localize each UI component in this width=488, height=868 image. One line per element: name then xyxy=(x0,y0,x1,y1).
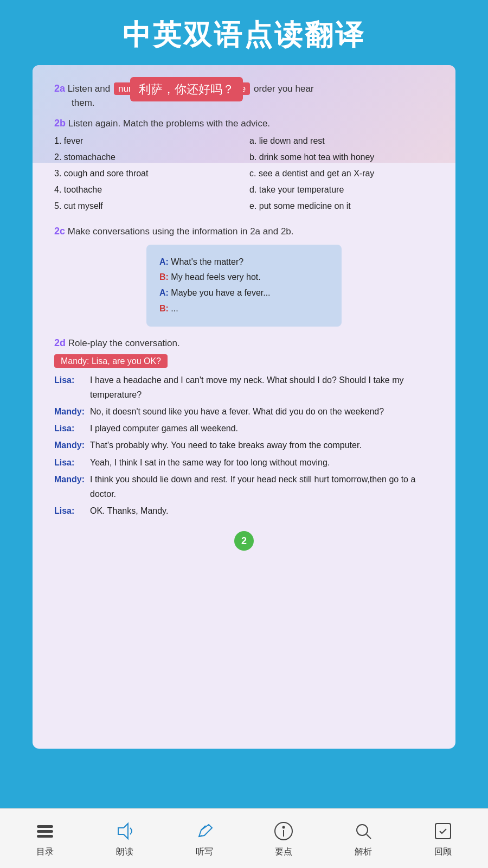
search-icon xyxy=(351,819,375,843)
mandy-highlight-row[interactable]: Mandy: Lisa, are you OK? xyxy=(54,356,434,366)
dialog-text-mandy-1: No, it doesn't sound like you have a fev… xyxy=(90,404,384,419)
content-card: 2a Listen and number the pictures [1-5] … xyxy=(33,65,455,749)
problem-1[interactable]: 1. fever xyxy=(54,135,239,148)
section-2a-label: 2a xyxy=(54,83,65,94)
toolbar-item-menu[interactable]: 目录 xyxy=(33,819,57,858)
dialog-row-lisa-2: Lisa: I played computer games all weeken… xyxy=(54,421,434,436)
section-2b-label: 2b xyxy=(54,118,66,129)
advice-d[interactable]: d. take your temperature xyxy=(249,183,434,196)
toolbar-item-keypoints[interactable]: 要点 xyxy=(272,819,296,858)
toolbar-item-analysis[interactable]: 解析 xyxy=(351,819,375,858)
svg-rect-13 xyxy=(435,824,451,839)
mandy-highlight-text[interactable]: Mandy: Lisa, are you OK? xyxy=(54,354,168,368)
speaker-lisa-4: Lisa: xyxy=(54,503,87,518)
menu-icon xyxy=(33,819,57,843)
popup-translation[interactable]: 利萨，你还好吗？ xyxy=(130,77,243,101)
dialog-row-lisa-1: Lisa: I have a headache and I can't move… xyxy=(54,373,434,402)
review-icon xyxy=(431,819,455,843)
toolbar-label-analysis: 解析 xyxy=(355,846,372,858)
toolbar: 目录 朗读 听写 要点 xyxy=(0,808,488,868)
dialog-text-lisa-4: OK. Thanks, Mandy. xyxy=(90,503,168,518)
problem-2[interactable]: 2. stomachache xyxy=(54,151,239,164)
toolbar-item-review[interactable]: 回顾 xyxy=(431,819,455,858)
speaker-mandy-1: Mandy: xyxy=(54,404,87,419)
svg-point-10 xyxy=(283,827,285,828)
info-icon xyxy=(272,819,296,843)
speaker-mandy-3: Mandy: xyxy=(54,472,87,487)
dialog-row-mandy-3: Mandy: I think you should lie down and r… xyxy=(54,472,434,501)
card-content: 2a Listen and number the pictures [1-5] … xyxy=(54,81,434,551)
dialog-text-lisa-1: I have a headache and I can't move my ne… xyxy=(90,373,434,402)
problem-3[interactable]: 3. cough and sore throat xyxy=(54,167,239,180)
problem-4[interactable]: 4. toothache xyxy=(54,183,239,196)
problems-table: 1. fever 2. stomachache 3. cough and sor… xyxy=(54,135,434,216)
svg-marker-4 xyxy=(118,824,128,839)
header-title: 中英双语点读翻译 xyxy=(123,19,365,50)
toolbar-label-review: 回顾 xyxy=(434,846,452,858)
advice-a[interactable]: a. lie down and rest xyxy=(249,135,434,148)
conv-line-4: B: ... xyxy=(159,301,329,317)
section-2c-text: Make conversations using the information… xyxy=(68,226,294,237)
speaker-lisa-1: Lisa: xyxy=(54,373,87,387)
dialog-text-mandy-3: I think you should lie down and rest. If… xyxy=(90,472,434,501)
section-2a: 2a Listen and number the pictures [1-5] … xyxy=(54,81,434,110)
pencil-icon xyxy=(192,819,216,843)
advice-list: a. lie down and rest b. drink some hot t… xyxy=(249,135,434,216)
advice-e[interactable]: e. put some medicine on it xyxy=(249,200,434,213)
section-2d-header: 2d Role-play the conversation. xyxy=(54,337,434,349)
conv-line-3: A: Maybe you have a fever... xyxy=(159,285,329,301)
toolbar-label-read: 朗读 xyxy=(116,846,133,858)
advice-b[interactable]: b. drink some hot tea with honey xyxy=(249,151,434,164)
problem-5[interactable]: 5. cut myself xyxy=(54,200,239,213)
dialog-text-lisa-3: Yeah, I think I sat in the same way for … xyxy=(90,455,330,470)
section-2d-text: Role-play the conversation. xyxy=(68,338,180,348)
speaker-icon xyxy=(113,819,137,843)
section-2b-text: Listen again. Match the problems with th… xyxy=(68,118,270,129)
dialog-text-mandy-2: That's probably why. You need to take br… xyxy=(90,438,362,452)
section-2a-text2: them. xyxy=(72,98,95,108)
conv-line-2: B: My head feels very hot. xyxy=(159,270,329,285)
toolbar-label-keypoints: 要点 xyxy=(275,846,292,858)
conversation-box: A: What's the matter? B: My head feels v… xyxy=(146,245,342,327)
svg-rect-1 xyxy=(37,831,53,832)
problems-list: 1. fever 2. stomachache 3. cough and sor… xyxy=(54,135,239,216)
dialog-row-mandy-2: Mandy: That's probably why. You need to … xyxy=(54,438,434,452)
page-badge: 2 xyxy=(234,531,254,551)
dialog-row-lisa-3: Lisa: Yeah, I think I sat in the same wa… xyxy=(54,455,434,470)
toolbar-item-write[interactable]: 听写 xyxy=(192,819,216,858)
toolbar-label-write: 听写 xyxy=(196,846,213,858)
dialog-text-lisa-2: I played computer games all weekend. xyxy=(90,421,238,436)
svg-point-11 xyxy=(357,825,368,835)
dialog-row-lisa-4: Lisa: OK. Thanks, Mandy. xyxy=(54,503,434,518)
dialog-row-mandy-1: Mandy: No, it doesn't sound like you hav… xyxy=(54,404,434,419)
speaker-lisa-3: Lisa: xyxy=(54,455,87,470)
toolbar-item-read[interactable]: 朗读 xyxy=(113,819,137,858)
section-2d-label: 2d xyxy=(54,337,66,348)
speaker-mandy-2: Mandy: xyxy=(54,438,87,452)
svg-rect-2 xyxy=(37,835,53,837)
svg-rect-3 xyxy=(38,827,52,827)
speaker-lisa-2: Lisa: xyxy=(54,421,87,436)
page-indicator: 2 xyxy=(54,531,434,551)
page-header: 中英双语点读翻译 xyxy=(0,0,488,65)
svg-line-12 xyxy=(367,834,371,839)
conv-line-1: A: What's the matter? xyxy=(159,254,329,270)
section-2c-label: 2c xyxy=(54,226,65,237)
dialog-section: Lisa: I have a headache and I can't move… xyxy=(54,373,434,519)
section-2c-header: 2c Make conversations using the informat… xyxy=(54,226,434,237)
section-2b-header: 2b Listen again. Match the problems with… xyxy=(54,118,434,129)
toolbar-label-menu: 目录 xyxy=(36,846,54,858)
advice-c[interactable]: c. see a dentist and get an X-ray xyxy=(249,167,434,180)
